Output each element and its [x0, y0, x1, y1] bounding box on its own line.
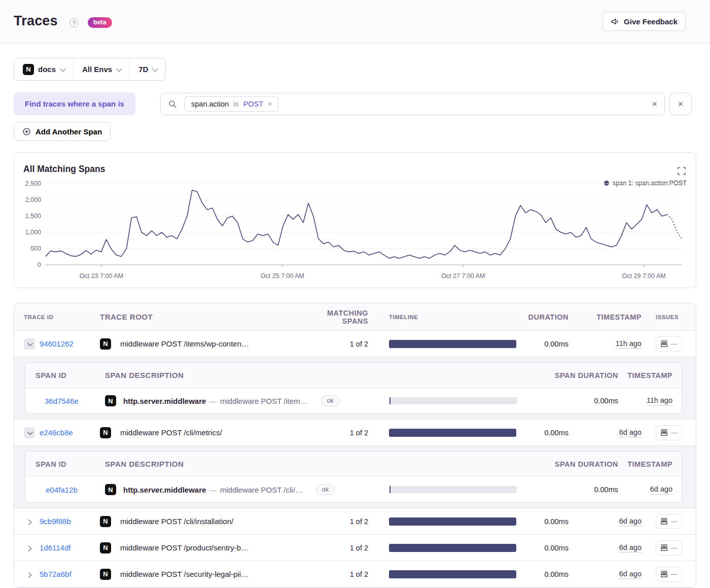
table-header-row: Trace ID Trace Root Matching Spans Timel… — [14, 303, 696, 331]
trace-id-link[interactable]: 5b72a6bf — [40, 570, 72, 578]
issues-button[interactable]: — — [656, 567, 682, 582]
timestamp-value[interactable]: 6d ago — [619, 543, 642, 553]
timestamp-value[interactable]: 11h ago — [616, 339, 642, 349]
find-traces-chip-label: Find traces where a span is — [25, 99, 124, 108]
span-duration-value: 0.00ms — [517, 397, 618, 405]
span-timestamp-value[interactable]: 11h ago — [647, 396, 672, 406]
span-id-link[interactable]: e04fa12b — [46, 486, 78, 494]
find-traces-chip: Find traces where a span is — [14, 92, 135, 115]
timestamp-value[interactable]: 6d ago — [619, 516, 642, 527]
matching-spans-count: 1 of 2 — [305, 544, 371, 552]
collapse-row-button[interactable] — [24, 338, 35, 350]
col-issues: Issues — [644, 314, 696, 320]
trace-root-text: middleware POST /cli/metrics/ — [120, 428, 222, 437]
spans-chart: 05001,0001,5002,0002,500Oct 23 7:00 AMOc… — [14, 153, 696, 285]
nextjs-project-icon: N — [105, 395, 116, 406]
trace-root-text: middleware POST /product/sentry-b… — [120, 543, 248, 552]
expand-row-button[interactable] — [24, 516, 35, 527]
expand-row-button[interactable] — [24, 542, 35, 554]
trace-root-text: middleware POST /cli/installation/ — [120, 517, 233, 526]
delete-span-condition-button[interactable]: × — [669, 93, 692, 115]
beta-badge: beta — [88, 17, 112, 28]
table-row: 1d6114df N middleware POST /product/sent… — [14, 535, 696, 561]
issues-button[interactable]: — — [656, 540, 682, 556]
issues-icon — [660, 429, 668, 436]
timeline-bar[interactable] — [389, 429, 516, 437]
search-icon — [168, 99, 177, 109]
span-id-link[interactable]: 36d7546e — [45, 397, 79, 405]
search-filter-token[interactable]: span.action is POST × — [185, 96, 278, 112]
page-title: Traces — [14, 13, 58, 29]
timeline-bar[interactable] — [389, 544, 516, 552]
clear-search-icon[interactable]: × — [652, 99, 657, 109]
span-timeline-bar[interactable] — [389, 486, 517, 493]
chevron-down-icon — [116, 65, 123, 72]
table-row: 9cb9f88b N middleware POST /cli/installa… — [14, 508, 696, 535]
col-duration: Duration — [523, 313, 571, 321]
help-icon[interactable]: ? — [69, 18, 79, 27]
col-matching-spans: Matching Spans — [305, 309, 371, 325]
svg-text:1,000: 1,000 — [25, 229, 41, 236]
timeline-bar[interactable] — [389, 570, 516, 578]
duration-value: 0.00ms — [523, 570, 571, 578]
issues-empty-dash: — — [671, 544, 678, 551]
span-op: http.server.middleware — [123, 486, 206, 494]
filter-token-value: POST — [243, 100, 263, 108]
page-filter-bar: N docs All Envs 7D — [14, 58, 166, 81]
span-table-header-row: Span ID Span Description Span Duration T… — [25, 363, 682, 388]
svg-text:2,500: 2,500 — [25, 180, 41, 187]
duration-value: 0.00ms — [523, 340, 571, 348]
chevron-right-icon — [26, 519, 31, 525]
issues-button[interactable]: — — [656, 514, 682, 529]
svg-text:1,500: 1,500 — [25, 213, 41, 220]
col-span-duration: Span Duration — [517, 460, 618, 468]
expanded-span-panel: Span ID Span Description Span Duration T… — [14, 357, 696, 420]
issues-button[interactable]: — — [656, 336, 682, 352]
duration-value: 0.00ms — [523, 544, 571, 552]
matching-spans-count: 1 of 2 — [305, 429, 371, 437]
span-timestamp-value[interactable]: 6d ago — [650, 485, 672, 495]
trace-id-link[interactable]: 9cb9f88b — [40, 517, 71, 526]
col-span-duration: Span Duration — [517, 371, 618, 379]
add-another-span-button[interactable]: Add Another Span — [14, 122, 111, 141]
environment-selector-label: All Envs — [82, 65, 112, 74]
environment-selector[interactable]: All Envs — [73, 58, 129, 80]
col-span-timestamp: Timestamp — [618, 371, 682, 379]
remove-token-icon[interactable]: × — [268, 100, 272, 108]
traces-table: Trace ID Trace Root Matching Spans Timel… — [14, 303, 696, 588]
trace-id-link[interactable]: 94601262 — [40, 339, 74, 348]
span-duration-value: 0.00ms — [517, 486, 618, 494]
span-search-input[interactable]: span.action is POST × × — [160, 93, 665, 115]
issues-button[interactable]: — — [656, 425, 682, 440]
timestamp-value[interactable]: 6d ago — [619, 428, 642, 438]
collapse-row-button[interactable] — [24, 427, 35, 438]
give-feedback-button[interactable]: Give Feedback — [602, 12, 686, 31]
description-separator: — — [209, 397, 217, 405]
trace-id-link[interactable]: e246cb8e — [40, 428, 73, 437]
timestamp-value[interactable]: 6d ago — [619, 569, 642, 579]
svg-text:Oct 29 7:00 AM: Oct 29 7:00 AM — [622, 272, 666, 280]
duration-value: 0.00ms — [523, 429, 571, 437]
chevron-right-icon — [26, 545, 31, 551]
expanded-span-panel: Span ID Span Description Span Duration T… — [14, 446, 696, 508]
chevron-right-icon — [26, 572, 31, 577]
duration-value: 0.00ms — [523, 517, 571, 526]
expand-row-button[interactable] — [24, 569, 35, 580]
span-timeline-bar[interactable] — [389, 397, 517, 404]
span-status-badge: ok — [321, 395, 340, 406]
svg-text:500: 500 — [30, 245, 41, 252]
give-feedback-label: Give Feedback — [624, 17, 678, 26]
col-timestamp: Timestamp — [571, 313, 644, 321]
nextjs-project-icon: N — [105, 484, 116, 495]
timeline-bar[interactable] — [389, 340, 516, 348]
project-selector[interactable]: N docs — [14, 58, 73, 80]
table-row: e246cb8e N middleware POST /cli/metrics/… — [14, 420, 696, 446]
span-description: http.server.middleware — middleware POST… — [123, 486, 303, 494]
col-span-timestamp: Timestamp — [618, 460, 682, 468]
trace-id-link[interactable]: 1d6114df — [40, 543, 70, 552]
date-range-selector[interactable]: 7D — [129, 58, 165, 80]
span-row: 36d7546e N http.server.middleware — midd… — [25, 388, 682, 413]
span-op: http.server.middleware — [123, 397, 206, 405]
timeline-bar[interactable] — [389, 517, 516, 526]
nextjs-project-icon: N — [100, 569, 111, 580]
